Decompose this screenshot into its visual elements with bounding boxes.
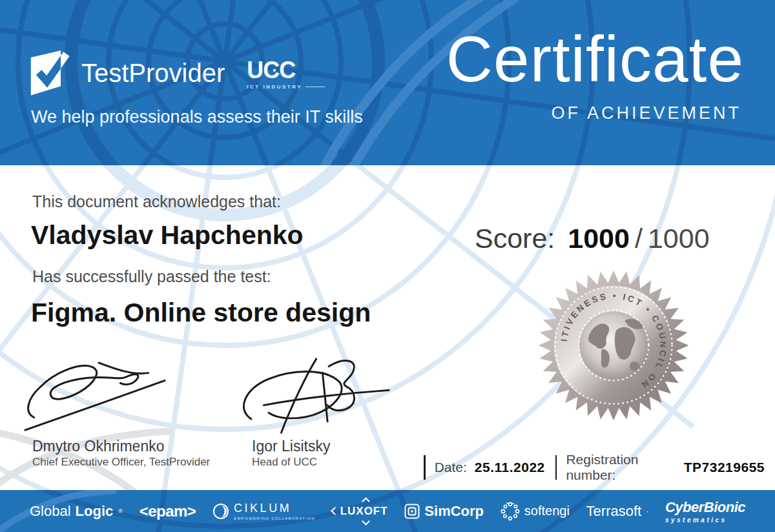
- ciklum-tagline: EMPOWERING COLLABORATION: [234, 517, 315, 520]
- logo-cyberbionic: CyberBionic systematics: [665, 499, 745, 524]
- luxoft-caret-down-icon: [362, 517, 370, 526]
- terrasoft-text: Terrasoft: [586, 503, 642, 520]
- ucc-name: UCC: [247, 59, 325, 82]
- simcorp-icon: [404, 504, 420, 519]
- signature-left: [22, 359, 172, 435]
- ucc-subtitle: ICT INDUSTRY: [247, 84, 325, 90]
- meta-divider: [424, 455, 426, 480]
- logo-ciklum: CIKLUM EMPOWERING COLLABORATION: [212, 502, 315, 520]
- brand-lockup: TestProvider UCC ICT INDUSTRY: [30, 45, 325, 101]
- luxoft-caret-up-icon: [362, 497, 370, 506]
- ucc-rule: [305, 87, 325, 87]
- score-divider: /: [635, 223, 643, 254]
- recipient-name: Vladyslav Hapchenko: [31, 220, 304, 251]
- ciklum-text: CIKLUM: [234, 502, 291, 515]
- cyberbionic-text: CyberBionic: [665, 499, 745, 516]
- test-name: Figma. Online store design: [31, 298, 371, 328]
- score-value: 1000: [568, 223, 630, 254]
- globallogic-text: Global: [30, 503, 71, 520]
- epam-text: <epam>: [140, 502, 196, 520]
- meta-row: Date: 25.11.2022 Registration number: TP…: [424, 452, 775, 483]
- footer-band: GlobalLogic® <epam> CIKLUM EMPOWERING CO…: [0, 490, 775, 532]
- ciklum-icon: [212, 503, 229, 520]
- meta-divider: [555, 455, 557, 480]
- score-label: Score:: [475, 223, 555, 254]
- header-band: TestProvider UCC ICT INDUSTRY We help pr…: [0, 0, 775, 165]
- logo-luxoft: LUXOFT: [332, 505, 388, 518]
- signer-right-title: Head of UCC: [252, 456, 317, 469]
- score-row: Score: 1000 / 1000: [475, 223, 710, 254]
- registration-value: TP73219655: [684, 460, 765, 475]
- logo-terrasoft: Terrasoft·: [586, 503, 649, 520]
- brand-tagline: We help professionals assess their IT sk…: [31, 107, 363, 127]
- signer-left-title: Chief Executive Officer, TestProvider: [32, 456, 210, 469]
- softengi-icon: [501, 502, 520, 521]
- signature-right: [227, 356, 393, 438]
- globallogic-text-bold: Logic: [76, 503, 114, 520]
- brand-name: TestProvider: [81, 59, 225, 88]
- registration-label: Registration number:: [566, 452, 676, 483]
- cyberbionic-subtext: systematics: [665, 517, 727, 524]
- signer-right-name: Igor Lisitsky: [252, 438, 330, 455]
- signer-left-name: Dmytro Okhrimenko: [32, 438, 164, 455]
- passed-label: Has successfully passed the test:: [32, 267, 271, 286]
- luxoft-text: LUXOFT: [340, 505, 388, 518]
- certificate-subtitle: OF ACHIEVEMENT: [551, 103, 741, 123]
- ict-council-seal: COMPETITIVENESS • ICT • COUNCIL ON: [533, 265, 694, 425]
- logo-globallogic: GlobalLogic®: [30, 503, 123, 520]
- logo-simcorp: SimCorp: [404, 503, 484, 520]
- date-value: 25.11.2022: [475, 460, 545, 475]
- terrasoft-mark: ·: [646, 507, 648, 516]
- simcorp-text: SimCorp: [424, 503, 484, 520]
- date-label: Date:: [435, 460, 467, 475]
- ucc-logo: UCC ICT INDUSTRY: [247, 59, 325, 90]
- certificate-title: Certificate: [446, 23, 744, 94]
- acknowledge-label: This document acknowledges that:: [32, 192, 281, 211]
- partner-logos: GlobalLogic® <epam> CIKLUM EMPOWERING CO…: [0, 490, 775, 532]
- certificate-page: TestProvider UCC ICT INDUSTRY We help pr…: [0, 0, 775, 532]
- luxoft-caret-left-icon: [331, 507, 339, 515]
- logo-softengi: softengi: [501, 502, 570, 521]
- testprovider-check-icon: [30, 45, 71, 101]
- softengi-text: softengi: [524, 504, 570, 518]
- ucc-subtitle-text: ICT INDUSTRY: [247, 84, 302, 90]
- logo-epam: <epam>: [140, 502, 196, 520]
- score-total: 1000: [648, 223, 710, 254]
- globallogic-mark: ®: [118, 508, 123, 515]
